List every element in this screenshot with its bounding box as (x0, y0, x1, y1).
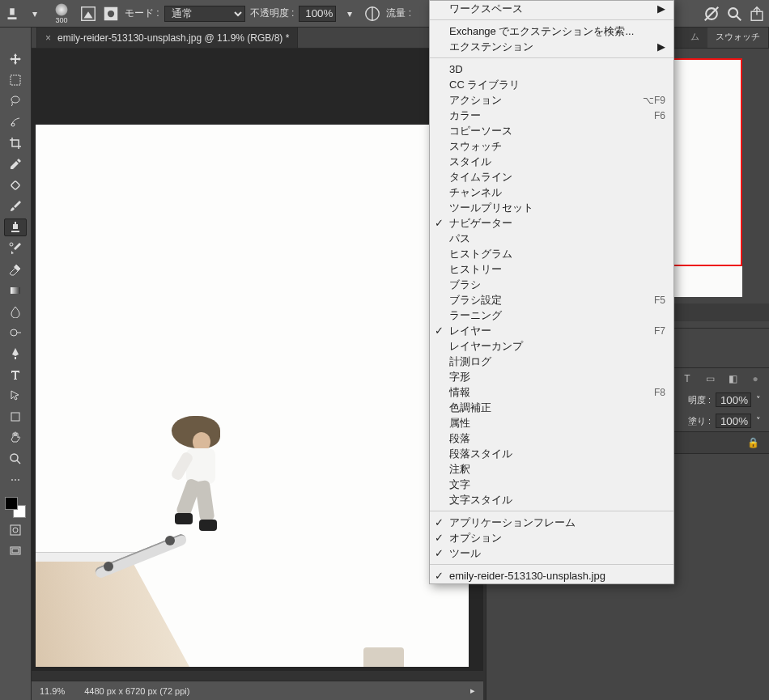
menu-item[interactable]: ブラシ (430, 277, 673, 292)
hand-tool[interactable] (4, 429, 27, 447)
lasso-tool[interactable] (4, 92, 27, 110)
brush-settings-icon[interactable] (102, 5, 120, 23)
move-tool[interactable] (4, 50, 27, 68)
healing-tool[interactable] (4, 176, 27, 194)
menu-item[interactable]: ラーニング (430, 308, 673, 323)
menu-item[interactable]: 段落 (430, 431, 673, 446)
more-tools[interactable]: ⋯ (4, 471, 27, 489)
share-icon[interactable] (748, 5, 766, 23)
quick-select-tool[interactable] (4, 113, 27, 131)
menu-item[interactable]: 3D (430, 62, 673, 77)
menu-item[interactable]: チャンネル (430, 185, 673, 200)
menu-item[interactable]: ✓ナビゲーター (430, 215, 673, 231)
menu-item[interactable]: ヒストリー (430, 261, 673, 277)
filter-shape-icon[interactable]: ▭ (704, 373, 716, 384)
menu-item[interactable]: コピーソース (430, 123, 673, 138)
marquee-tool[interactable] (4, 71, 27, 89)
zoom-level[interactable]: 11.9% (40, 686, 65, 696)
menu-item[interactable]: タイムライン (430, 169, 673, 185)
pressure-opacity-icon[interactable] (363, 5, 381, 23)
menu-item[interactable]: 計測ログ (430, 354, 673, 369)
canvas-area[interactable] (32, 49, 483, 671)
close-tab-icon[interactable]: × (45, 32, 51, 44)
menu-item[interactable]: ✓ツール (430, 545, 673, 561)
blend-mode-select[interactable]: 通常 (164, 6, 245, 22)
menu-item[interactable]: 段落スタイル (430, 446, 673, 461)
path-select-tool[interactable] (4, 387, 27, 405)
opacity-input[interactable] (299, 6, 336, 22)
menu-item[interactable]: 文字スタイル (430, 492, 673, 507)
menu-item[interactable]: 文字 (430, 477, 673, 492)
doc-dimensions: 4480 px x 6720 px (72 ppi) (84, 686, 189, 696)
lock-icon[interactable]: 🔒 (747, 437, 759, 448)
color-swatch[interactable] (5, 497, 26, 518)
brush-tool[interactable] (4, 197, 27, 215)
menu-item[interactable]: カラーF6 (430, 108, 673, 123)
clone-stamp-tool[interactable] (4, 218, 27, 236)
type-tool[interactable] (4, 366, 27, 384)
search-icon[interactable] (725, 5, 743, 23)
menu-item-label: ヒストリー (449, 262, 502, 277)
zoom-tool[interactable] (4, 450, 27, 468)
history-brush-tool[interactable] (4, 240, 27, 257)
eyedropper-tool[interactable] (4, 155, 27, 173)
screenmode-tool[interactable] (4, 542, 27, 560)
menu-item[interactable]: ツールプリセット (430, 200, 673, 215)
layer-fill-input[interactable] (716, 414, 751, 428)
panel-tab-swatches[interactable]: スウォッチ (707, 28, 769, 48)
menu-item[interactable]: Exchange でエクステンションを検索... (430, 23, 673, 39)
menu-item[interactable]: エクステンション▶ (430, 39, 673, 54)
check-icon: ✓ (435, 570, 444, 582)
menu-item[interactable]: CC ライブラリ (430, 77, 673, 92)
menu-item[interactable]: 注釈 (430, 461, 673, 477)
opacity-dropdown-icon[interactable]: ▾ (341, 5, 359, 23)
menu-item-label: 字形 (449, 370, 470, 384)
layer-opacity-input[interactable] (716, 392, 751, 407)
menu-item-label: ツールプリセット (449, 201, 533, 215)
quickmask-tool[interactable] (4, 521, 27, 539)
menu-item[interactable]: ✓オプション (430, 530, 673, 545)
svg-rect-16 (11, 525, 20, 535)
menu-item-label: emily-reider-513130-unsplash.jpg (449, 570, 605, 582)
menu-item[interactable]: ✓アプリケーションフレーム (430, 515, 673, 530)
brush-panel-icon[interactable] (79, 5, 97, 23)
menu-item[interactable]: ブラシ設定F5 (430, 292, 673, 308)
status-arrow-icon[interactable]: ▸ (470, 685, 475, 696)
dodge-tool[interactable] (4, 324, 27, 342)
menu-item[interactable]: パス (430, 231, 673, 246)
brush-preview[interactable]: 300 (49, 3, 74, 24)
menu-item[interactable]: スウォッチ (430, 138, 673, 154)
menu-item[interactable]: ワークスペース▶ (430, 1, 673, 16)
eraser-tool[interactable] (4, 261, 27, 278)
stamp-icon[interactable] (3, 5, 21, 23)
svg-rect-12 (11, 287, 20, 294)
menu-item[interactable]: ✓レイヤーF7 (430, 323, 673, 338)
menu-item-label: Exchange でエクステンションを検索... (449, 24, 634, 39)
menu-item-label: スタイル (449, 155, 491, 169)
shape-tool[interactable] (4, 408, 27, 426)
filter-type-icon[interactable]: T (682, 373, 693, 384)
menu-item[interactable]: レイヤーカンプ (430, 338, 673, 354)
filter-smart-icon[interactable]: ◧ (727, 373, 738, 384)
panel-tab-histogram[interactable]: ム (682, 28, 707, 48)
filter-toggle-icon[interactable]: ● (750, 373, 761, 384)
menu-item-label: アプリケーションフレーム (449, 515, 576, 530)
pressure-icon[interactable] (703, 5, 720, 23)
gradient-tool[interactable] (4, 282, 27, 299)
dropdown-icon[interactable]: ▾ (26, 5, 44, 23)
blur-tool[interactable] (4, 303, 27, 320)
menu-item[interactable]: 字形 (430, 369, 673, 384)
menu-item[interactable]: スタイル (430, 154, 673, 169)
menu-item[interactable]: 色調補正 (430, 400, 673, 415)
menu-item[interactable]: 属性 (430, 415, 673, 431)
menu-item[interactable]: ヒストグラム (430, 246, 673, 261)
submenu-arrow-icon: ▶ (657, 40, 665, 53)
crop-tool[interactable] (4, 134, 27, 152)
menu-item[interactable]: アクション⌥F9 (430, 92, 673, 108)
menu-item[interactable]: 情報F8 (430, 384, 673, 400)
menu-item-label: オプション (449, 531, 502, 545)
document-tab[interactable]: × emily-reider-513130-unsplash.jpg @ 11.… (36, 27, 298, 48)
mode-label: モード : (125, 6, 159, 20)
menu-item[interactable]: ✓emily-reider-513130-unsplash.jpg (430, 568, 673, 583)
pen-tool[interactable] (4, 345, 27, 363)
